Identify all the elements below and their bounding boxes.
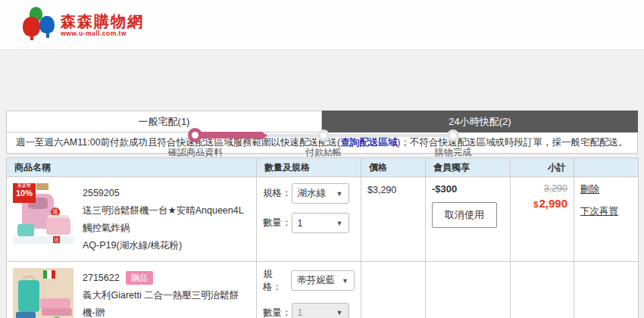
site-header: 森森購物網 www.u-mall.com.tw (0, 0, 644, 50)
table-header-row: 商品名稱 數量及規格 價格 會員獨享 小計 (7, 158, 639, 177)
chevron-down-icon: ▼ (342, 277, 349, 285)
header-member-exclusive: 會員獨享 (426, 158, 511, 177)
header-product-name: 商品名稱 (7, 158, 257, 177)
qty-label: 數量： (263, 217, 292, 229)
product-name-line1: 送三明治鬆餅機一台★安晴Anqueen4L觸控氣炸鍋 (83, 202, 250, 237)
spec-select[interactable]: 湖水綠▼ (292, 183, 349, 204)
brand-url: www.u-mall.com.tw (61, 30, 144, 37)
gift-badge: 贈品 (126, 271, 153, 285)
header-price: 價格 (361, 158, 426, 177)
product-id: 2559205 (83, 185, 120, 202)
italy-flag-icon (43, 270, 55, 279)
buy-next-time-link[interactable]: 下次再買 (580, 205, 632, 218)
product-image-sandwich-maker[interactable] (13, 268, 73, 318)
product-image-air-fryer[interactable]: 東森幣10% 送 送 (13, 183, 73, 244)
chevron-down-icon: ▼ (336, 309, 343, 316)
product-name-line1: 義大利Giaretti 二合一熱壓三明治鬆餅機-贈 (83, 287, 250, 318)
stepper-progress-bar (194, 132, 261, 139)
cart-row-air-fryer: 東森幣10% 送 送 2559205 (7, 177, 639, 262)
spec-select[interactable]: 蒂芬妮藍▼ (291, 270, 355, 291)
tab-24h-fast-delivery[interactable]: 24小時快配(2) (322, 111, 638, 132)
chevron-down-icon: ▼ (336, 220, 343, 227)
cart-table: 商品名稱 數量及規格 價格 會員獨享 小計 東森幣10% 送 (6, 157, 639, 318)
spec-label: 規格： (263, 187, 292, 200)
step-label-confirm: 確認商品資料 (168, 146, 223, 159)
cashback-badge: 東森幣10% (13, 183, 36, 203)
qty-select[interactable]: 1▼ (292, 213, 349, 233)
qty-select-disabled: 1▼ (292, 303, 349, 318)
check-delivery-area-link[interactable]: 查詢配送區域 (340, 136, 397, 149)
member-discount: -$300 (432, 183, 504, 195)
step-label-complete: 購物完成 (435, 146, 471, 159)
step-dot-payment (317, 129, 330, 142)
brand-logo[interactable]: 森森購物網 www.u-mall.com.tw (21, 7, 144, 42)
cart-row-sandwich-maker: 2715622 贈品 義大利Giaretti 二合一熱壓三明治鬆餅機-贈 ※數量… (7, 261, 639, 318)
brand-name: 森森購物網 (61, 13, 144, 30)
tree-logo-icon (21, 7, 56, 42)
step-dot-complete (447, 129, 459, 142)
chevron-down-icon: ▼ (336, 190, 343, 198)
notice-text-after: )；不符合快速配送區域或時段訂單，採一般宅配配送。 (397, 136, 627, 149)
subtotal-original: 3,290 (517, 183, 567, 194)
tab-general-delivery[interactable]: 一般宅配(1) (6, 111, 322, 132)
step-label-payment: 付款結帳 (305, 146, 342, 159)
spec-label: 規格： (263, 268, 291, 294)
stepper-progress-arrow-icon (261, 131, 267, 140)
product-name-line2: AQ-P19(湖水綠/桃花粉) (83, 237, 250, 254)
header-actions (574, 158, 639, 177)
product-id: 2715622 (83, 270, 120, 287)
qty-label: 數量： (263, 307, 292, 318)
header-subtotal: 小計 (511, 158, 574, 177)
subtotal-final: $2,990 (517, 197, 567, 210)
delete-item-link[interactable]: 刪除 (580, 183, 632, 196)
header-qty-spec: 數量及規格 (257, 158, 361, 177)
product-price: $3,290 (367, 183, 419, 195)
cancel-discount-button[interactable]: 取消使用 (432, 202, 497, 228)
step-dot-confirm (188, 128, 202, 142)
checkout-stepper: 確認商品資料 付款結帳 購物完成 (0, 61, 644, 111)
